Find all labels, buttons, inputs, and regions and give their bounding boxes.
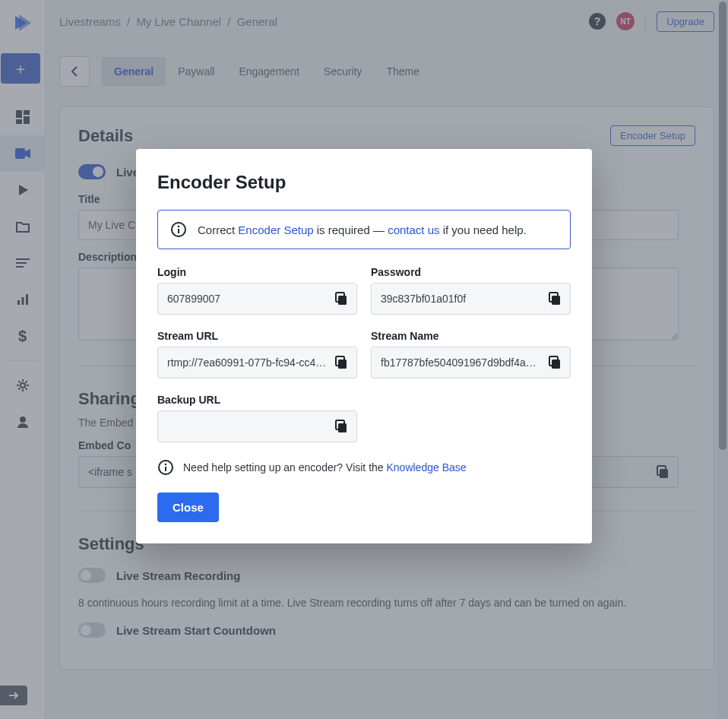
svg-rect-26 (338, 423, 347, 432)
modal-notice: Correct Encoder Setup is required — cont… (157, 210, 571, 249)
notice-text: Correct (198, 223, 238, 236)
backup-label: Backup URL (157, 394, 357, 406)
password-label: Password (371, 266, 571, 278)
svg-rect-17 (178, 229, 179, 233)
copy-icon[interactable] (547, 355, 562, 370)
notice-link-encoder[interactable]: Encoder Setup (238, 223, 313, 236)
password-value: 39c837bf01a01f0f (381, 293, 541, 305)
svg-rect-22 (338, 360, 347, 369)
password-field: 39c837bf01a01f0f (371, 283, 571, 315)
notice-link-contact[interactable]: contact us (388, 223, 439, 236)
streamname-value: fb17787bfe504091967d9bdf4a… (381, 356, 541, 369)
copy-icon[interactable] (547, 291, 562, 306)
copy-icon[interactable] (334, 291, 349, 306)
svg-rect-18 (338, 296, 347, 305)
streamurl-field: rtmp://7ea60991-077b-fc94-cc4… (157, 347, 357, 379)
login-value: 607899007 (167, 293, 328, 305)
copy-icon[interactable] (334, 419, 349, 434)
copy-icon[interactable] (334, 355, 349, 370)
svg-point-16 (178, 226, 180, 228)
modal-title: Encoder Setup (157, 172, 571, 193)
close-button[interactable]: Close (157, 493, 219, 522)
backup-field (157, 410, 357, 442)
svg-rect-24 (552, 360, 560, 369)
knowledge-base-link[interactable]: Knowledge Base (386, 461, 466, 474)
info-icon (170, 221, 187, 238)
login-label: Login (157, 266, 357, 278)
streamurl-label: Stream URL (157, 330, 357, 342)
info-icon (157, 459, 174, 476)
svg-point-29 (165, 464, 167, 466)
streamurl-value: rtmp://7ea60991-077b-fc94-cc4… (167, 356, 328, 369)
svg-rect-20 (552, 296, 560, 305)
streamname-field: fb17787bfe504091967d9bdf4a… (371, 347, 571, 379)
svg-rect-30 (165, 467, 166, 471)
encoder-setup-modal: Encoder Setup Correct Encoder Setup is r… (136, 149, 592, 543)
login-field: 607899007 (157, 283, 357, 315)
modal-help: Need help setting up an encoder? Visit t… (157, 459, 571, 476)
streamname-label: Stream Name (371, 330, 571, 342)
